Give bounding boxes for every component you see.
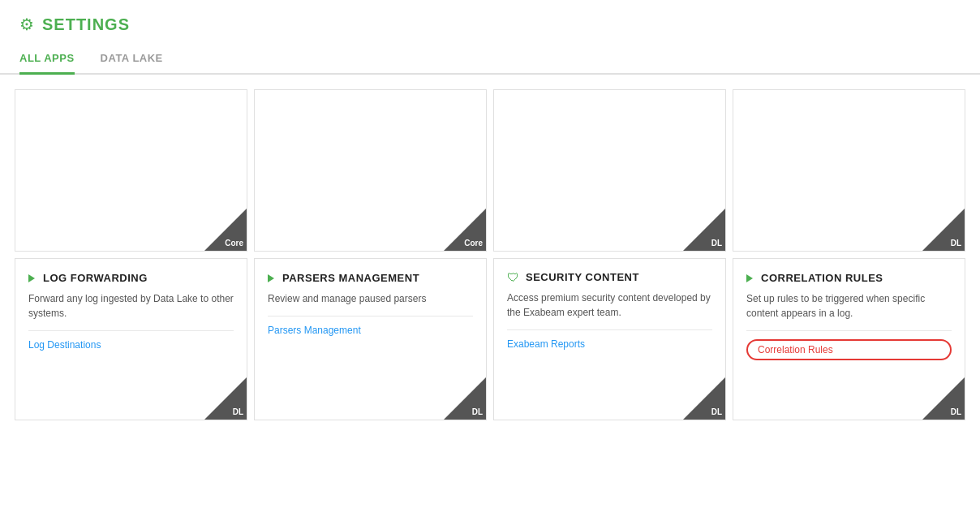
page-title: SETTINGS bbox=[42, 15, 130, 34]
top-card-4-top: DL bbox=[733, 90, 965, 251]
corner-badge-sc-label: DL bbox=[711, 407, 722, 416]
card-parsers-management: PARSERS MANAGEMENT Review and manage pau… bbox=[254, 258, 487, 420]
cards-section: Core Core DL DL bbox=[0, 75, 980, 420]
corner-badge-3-label: DL bbox=[711, 239, 722, 248]
tab-data-lake[interactable]: DATA LAKE bbox=[101, 52, 163, 75]
corner-badge-2-label: Core bbox=[464, 239, 483, 248]
gear-icon: ⚙ bbox=[19, 15, 34, 34]
top-card-2: Core bbox=[254, 89, 487, 252]
page-header: ⚙ SETTINGS bbox=[0, 0, 980, 34]
security-content-description: Access premium security content develope… bbox=[507, 291, 712, 320]
correlation-rules-divider bbox=[746, 330, 952, 331]
corner-badge-pm-label: DL bbox=[472, 407, 483, 416]
parsers-management-link[interactable]: Parsers Management bbox=[268, 325, 473, 336]
parsers-management-title: PARSERS MANAGEMENT bbox=[282, 272, 419, 284]
card-correlation-rules-header: CORRELATION RULES bbox=[746, 270, 952, 285]
corner-badge-1-label: Core bbox=[225, 239, 243, 248]
card-parsers-bottom: DL bbox=[255, 387, 486, 420]
card-parsers-management-content: PARSERS MANAGEMENT Review and manage pau… bbox=[255, 259, 486, 387]
top-card-4: DL bbox=[733, 89, 965, 252]
parsers-management-description: Review and manage paused parsers bbox=[268, 291, 473, 306]
card-security-content-content: 🛡 SECURITY CONTENT Access premium securi… bbox=[494, 259, 725, 387]
parsers-management-icon bbox=[268, 270, 276, 285]
correlation-rules-icon bbox=[746, 270, 754, 285]
card-log-forwarding-header: LOG FORWARDING bbox=[28, 270, 234, 285]
top-card-2-top: Core bbox=[255, 90, 486, 251]
correlation-rules-description: Set up rules to be triggered when specif… bbox=[746, 291, 952, 321]
card-security-bottom: DL bbox=[494, 387, 725, 420]
card-security-content-header: 🛡 SECURITY CONTENT bbox=[507, 270, 712, 284]
log-forwarding-icon bbox=[28, 270, 37, 285]
card-correlation-rules: CORRELATION RULES Set up rules to be tri… bbox=[733, 258, 965, 420]
top-card-1: Core bbox=[15, 89, 247, 252]
top-card-1-top: Core bbox=[15, 90, 247, 251]
card-log-forwarding: LOG FORWARDING Forward any log ingested … bbox=[15, 258, 247, 420]
top-cards-row: Core Core DL DL bbox=[15, 89, 965, 252]
log-forwarding-title: LOG FORWARDING bbox=[43, 272, 148, 284]
security-content-divider bbox=[507, 329, 712, 330]
log-destinations-link[interactable]: Log Destinations bbox=[28, 339, 234, 351]
corner-badge-lf-label: DL bbox=[233, 407, 243, 416]
card-parsers-management-header: PARSERS MANAGEMENT bbox=[268, 270, 473, 285]
corner-badge-4-label: DL bbox=[951, 239, 961, 248]
corner-badge-cr-label: DL bbox=[951, 407, 961, 416]
card-log-forwarding-content: LOG FORWARDING Forward any log ingested … bbox=[15, 259, 247, 387]
parsers-management-divider bbox=[268, 316, 473, 316]
card-correlation-bottom: DL bbox=[733, 387, 965, 420]
tabs-bar: ALL APPS DATA LAKE bbox=[0, 37, 980, 75]
log-forwarding-description: Forward any log ingested by Data Lake to… bbox=[28, 291, 234, 321]
tab-all-apps[interactable]: ALL APPS bbox=[19, 52, 75, 75]
exabeam-reports-link[interactable]: Exabeam Reports bbox=[507, 338, 712, 350]
card-security-content: 🛡 SECURITY CONTENT Access premium securi… bbox=[493, 258, 726, 420]
card-log-forwarding-bottom: DL bbox=[15, 387, 247, 420]
top-card-3: DL bbox=[493, 89, 726, 252]
top-card-3-top: DL bbox=[494, 90, 725, 251]
card-correlation-rules-content: CORRELATION RULES Set up rules to be tri… bbox=[733, 259, 965, 387]
log-forwarding-divider bbox=[28, 330, 234, 331]
bottom-cards-row: LOG FORWARDING Forward any log ingested … bbox=[15, 258, 965, 420]
correlation-rules-link[interactable]: Correlation Rules bbox=[746, 339, 952, 360]
correlation-rules-title: CORRELATION RULES bbox=[761, 272, 883, 284]
security-content-icon: 🛡 bbox=[507, 270, 519, 284]
security-content-title: SECURITY CONTENT bbox=[526, 271, 639, 283]
